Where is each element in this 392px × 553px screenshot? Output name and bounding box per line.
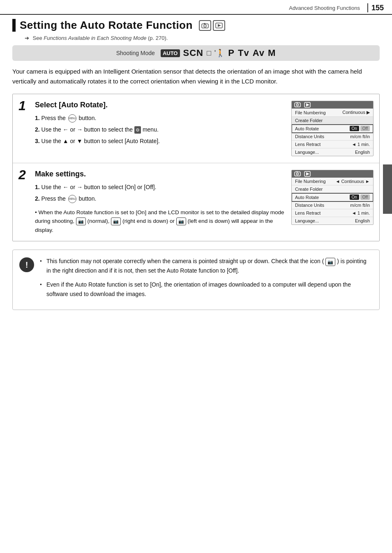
on-off-toggle-2: On Off [350,194,370,200]
mode-special1: □ [207,49,211,58]
menu-row-language-2: Language... English [292,217,373,224]
step-1-instruction-2: 2. Use the ← or → button to select the ⚙… [35,125,286,135]
menu-button-icon: MENU [68,114,76,123]
title-icons [199,20,225,31]
step-1: 1 Select [Auto Rotate]. 1. Press the MEN… [13,94,379,163]
menu-sim-2: File Numbering ◄ Continuous ► Create Fol… [291,170,374,225]
note-box: ! This function may not operate correctl… [12,250,380,310]
menu-row-dist-units: Distance Units m/cm ft/in [292,133,373,141]
steps-container: 1 Select [Auto Rotate]. 1. Press the MEN… [12,94,380,241]
step-1-title: Select [Auto Rotate]. [35,101,286,109]
svg-rect-2 [204,23,205,24]
menu-sim-2-header [292,170,373,178]
step-2-instruction-1: 1. Use the ← or → button to select [On] … [35,183,286,192]
playback-icon [213,20,225,31]
menu-row-lens-retract: Lens Retract ◄ 1 min. [292,141,373,148]
menu-row-auto-rotate-1: Auto Rotate On Off [292,125,373,133]
wrench-icon: ⚙ [134,126,141,134]
arrow-icon: ➔ [25,35,29,41]
step-2-instructions: 1. Use the ← or → button to select [On] … [35,183,286,204]
step-2-number: 2 [18,168,35,234]
svg-rect-7 [297,102,298,103]
mode-av: Av [253,48,265,58]
note-camera-icon: 📷 [325,258,335,266]
mode-tv: Tv [238,48,249,58]
reference-line: ➔ See Functions Available in Each Shooti… [12,35,380,41]
on-off-toggle-1: On Off [350,126,370,131]
note-item-1: This function may not operate correctly … [40,257,371,275]
camera-left-down-icon: 📷 [176,217,186,226]
step-1-number: 1 [18,99,35,156]
title-section: Setting the Auto Rotate Function [12,19,380,32]
menu-row-file-num-2: File Numbering ◄ Continuous ► [292,178,373,185]
menu-button-icon-2: MENU [68,195,76,203]
page-number: 155 [371,4,384,12]
mode-special2: '🚶 [214,49,225,58]
mode-p: P [228,48,235,58]
step-2-content: Make settings. 1. Use the ← or → button … [35,170,286,234]
note-item-2: Even if the Auto Rotate function is set … [40,280,371,299]
camera-right-down-icon: 📷 [111,217,121,226]
step-2-note: • When the Auto Rotate function is set t… [35,208,286,235]
svg-marker-9 [306,103,309,106]
svg-point-11 [297,173,299,175]
menu-row-dist-units-2: Distance Units m/cm ft/in [292,201,373,209]
header-title: Advanced Shooting Functions [289,5,360,11]
svg-rect-12 [297,171,298,172]
step-1-instruction-1: 1. Press the MENU button. [35,113,286,123]
shooting-mode-bar: Shooting Mode AUTO SCN □ '🚶 P Tv Av M [12,45,380,61]
page-title: Setting the Auto Rotate Function [20,19,193,32]
svg-marker-4 [218,24,221,27]
svg-rect-10 [295,172,300,176]
step-1-instruction-3: 3. Use the ▲ or ▼ button to select [Auto… [35,137,286,146]
menu-row-file-num: File Numbering Continuous ▶ [292,109,373,117]
menu-row-create-folder: Create Folder [292,117,373,125]
menu-sim-1: File Numbering Continuous ▶ Create Folde… [291,101,374,156]
side-tab [383,164,392,214]
menu-sim-1-header [292,101,373,109]
svg-rect-5 [295,103,300,107]
auto-badge: AUTO [161,49,180,57]
mode-letters: SCN [183,48,203,58]
off-button-2: Off [360,194,370,200]
header-divider [367,3,368,12]
note-list: This function may not operate correctly … [40,257,371,298]
step-2-image: File Numbering ◄ Continuous ► Create Fol… [291,170,374,234]
main-content: Setting the Auto Rotate Function ➔ See F… [0,15,392,318]
on-button-2: On [350,194,359,200]
camera-icon [199,20,211,31]
step-1-instructions: 1. Press the MENU button. 2. Use the ← o… [35,113,286,146]
step-2-title: Make settings. [35,170,286,178]
note-warning-icon: ! [19,257,34,272]
mode-label: Shooting Mode [116,50,155,56]
note-content: This function may not operate correctly … [40,257,371,303]
menu-row-create-folder-2: Create Folder [292,185,373,193]
step-2: 2 Make settings. 1. Use the ← or → butto… [13,163,379,241]
svg-point-6 [297,104,299,106]
menu-row-language: Language... English [292,148,373,156]
step-1-content: Select [Auto Rotate]. 1. Press the MENU … [35,101,286,156]
on-button-1: On [350,126,359,131]
off-button-1: Off [360,126,370,131]
step-1-image: File Numbering Continuous ▶ Create Folde… [291,101,374,156]
camera-normal-icon: 📷 [76,217,86,226]
page-header: Advanced Shooting Functions 155 [0,0,392,15]
intro-paragraph: Your camera is equipped with an Intellig… [12,67,380,86]
menu-row-auto-rotate-2: Auto Rotate On Off [292,193,373,201]
mode-m: M [268,48,276,58]
step-2-instruction-2: 2. Press the MENU button. [35,194,286,204]
menu-row-lens-retract-2: Lens Retract ◄ 1 min. [292,209,373,217]
svg-marker-14 [306,172,309,176]
svg-point-1 [204,25,206,27]
